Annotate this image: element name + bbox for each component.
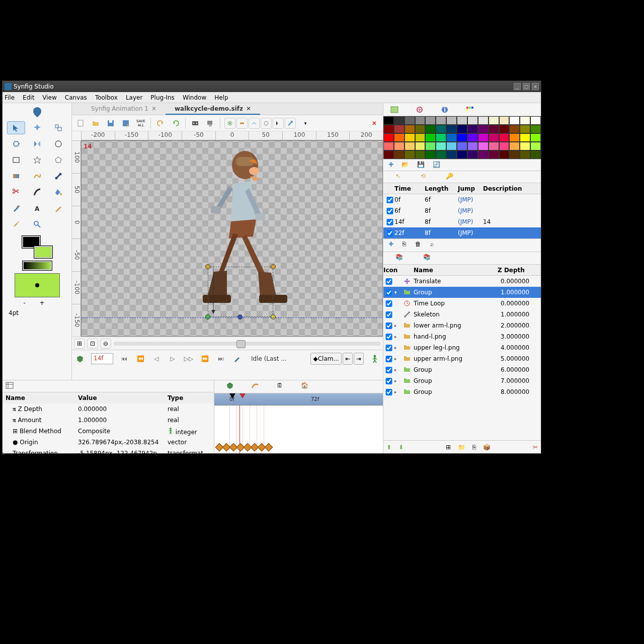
palette-swatch[interactable] (489, 142, 499, 150)
maximize-button[interactable]: □ (523, 83, 530, 90)
save-as-icon[interactable] (120, 118, 131, 129)
mode-4[interactable] (261, 118, 272, 129)
doc-tab-2[interactable]: walkcycle-demo.sifz✕ (166, 103, 260, 115)
palette-swatch[interactable] (405, 133, 415, 142)
transform-tool[interactable] (7, 121, 25, 134)
tl-tab-library-icon[interactable]: 🏠 (301, 382, 308, 391)
palette-swatch[interactable] (499, 142, 510, 150)
palette-swatch[interactable] (509, 142, 520, 150)
palette-swatch[interactable] (394, 133, 405, 142)
palette-swatch[interactable] (425, 142, 436, 150)
kf-enable-checkbox[interactable] (385, 208, 394, 214)
palette-swatch[interactable] (436, 133, 446, 142)
palette-swatch[interactable] (520, 150, 530, 159)
ruler-horizontal[interactable]: -200-150-100-50050100150200 (81, 131, 383, 140)
layer-row[interactable]: ▸upper arm-l.png5.000000 (383, 353, 541, 364)
zoom-slider-icon[interactable]: ⊖ (100, 339, 111, 349)
palette-swatch[interactable] (457, 116, 467, 125)
palette-swatch[interactable] (499, 116, 510, 125)
open-file-icon[interactable] (90, 118, 101, 129)
tab-navigator-icon[interactable] (389, 105, 399, 114)
kf-enable-checkbox[interactable] (385, 230, 394, 236)
layer-up-icon[interactable]: ⬆ (386, 444, 391, 451)
eyedrop-tool[interactable] (7, 202, 25, 215)
keyframe-row[interactable]: 14f8f(JMP)14 (383, 216, 541, 227)
preview-icon[interactable] (205, 118, 216, 129)
palette-swatch[interactable] (436, 142, 446, 150)
palette-swatch[interactable] (478, 125, 489, 133)
kf-props-icon[interactable]: ⌕ (430, 240, 434, 250)
palette-swatch[interactable] (425, 125, 436, 133)
menu-help[interactable]: Help (214, 94, 228, 101)
keyframe-row[interactable]: 6f8f(JMP) (383, 205, 541, 216)
layer-row[interactable]: Time Loop0.000000 (383, 298, 541, 309)
scale-tool[interactable] (49, 121, 67, 134)
kf-enable-checkbox[interactable] (385, 219, 394, 225)
tab-canvas-icon[interactable] (415, 105, 425, 114)
cutout-tool[interactable] (7, 186, 25, 199)
palette-swatch[interactable] (446, 116, 457, 125)
palette-swatch[interactable] (405, 142, 415, 150)
sets-tab-icon[interactable]: 📚 (423, 254, 431, 263)
palette-swatch[interactable] (383, 150, 394, 159)
palette-swatch[interactable] (383, 116, 394, 125)
palette-swatch[interactable] (509, 125, 520, 133)
palette-swatch[interactable] (478, 150, 489, 159)
circle-tool[interactable] (49, 137, 67, 150)
menu-file[interactable]: File (5, 94, 15, 101)
bone-tool[interactable] (49, 170, 67, 183)
mode-1[interactable] (224, 118, 235, 129)
palette-swatch[interactable] (478, 133, 489, 142)
palette-swatch[interactable] (509, 116, 520, 125)
palette-swatch[interactable] (415, 125, 426, 133)
shield-icon[interactable] (75, 354, 85, 364)
mode-5[interactable] (273, 118, 284, 129)
palette-swatch[interactable] (446, 150, 457, 159)
palette-swatch[interactable] (520, 125, 530, 133)
palette-swatch[interactable] (499, 150, 510, 159)
seek-start-icon[interactable]: ⏮ (119, 354, 129, 364)
brush-tool[interactable] (7, 218, 25, 231)
layer-visible-checkbox[interactable] (383, 334, 394, 340)
tab-palette-icon[interactable] (465, 105, 475, 114)
animate-mode-icon[interactable] (370, 354, 380, 364)
layer-dup-icon[interactable]: ⎘ (472, 444, 476, 451)
palette-swatch[interactable] (467, 150, 478, 159)
palette-swatch[interactable] (489, 133, 499, 142)
layer-visible-checkbox[interactable] (383, 356, 394, 362)
palette-swatch[interactable] (489, 125, 499, 133)
zoom-slider[interactable] (113, 342, 381, 346)
palette-swatch[interactable] (425, 150, 436, 159)
palette-swatch[interactable] (394, 150, 405, 159)
palette-swatch[interactable] (394, 142, 405, 150)
palette-swatch[interactable] (446, 125, 457, 133)
palette-swatch[interactable] (436, 125, 446, 133)
layer-visible-checkbox[interactable] (383, 300, 394, 307)
param-row[interactable]: π Z Depth0.000000 real (3, 404, 214, 415)
smooth-move-tool[interactable] (28, 121, 46, 134)
kf-enable-checkbox[interactable] (385, 197, 394, 203)
param-row[interactable]: ▸ Transformation-5.15894px,-122.467942p … (3, 448, 214, 459)
keyframe-row[interactable]: 0f6f(JMP) (383, 194, 541, 205)
sketch-tool[interactable] (49, 202, 67, 215)
mirror-tool[interactable] (28, 137, 46, 150)
palette-swatch[interactable] (425, 116, 436, 125)
params-tab[interactable] (3, 380, 214, 392)
star-tool[interactable] (28, 153, 46, 167)
palette-swatch[interactable] (415, 142, 426, 150)
play-icon[interactable]: ▷ (168, 354, 178, 364)
palette-swatch[interactable] (425, 133, 436, 142)
mode-3[interactable] (249, 118, 260, 129)
render-icon[interactable] (190, 118, 201, 129)
pointer-tab-icon[interactable]: ↖ (395, 173, 400, 181)
palette-swatch[interactable] (405, 116, 415, 125)
horizontal-guide[interactable] (82, 317, 382, 318)
timeline-ruler[interactable]: 0f 72f (214, 393, 383, 406)
layer-row[interactable]: ▸lower arm-l.png2.000000 (383, 320, 541, 331)
palette-swatch[interactable] (489, 116, 499, 125)
palette-swatch[interactable] (383, 142, 394, 150)
timeline-cursor[interactable] (239, 393, 246, 398)
layer-row[interactable]: ▸Group7.000000 (383, 375, 541, 386)
menu-toolbox[interactable]: Toolbox (95, 94, 118, 101)
layer-new-icon[interactable]: ⊞ (446, 444, 451, 451)
